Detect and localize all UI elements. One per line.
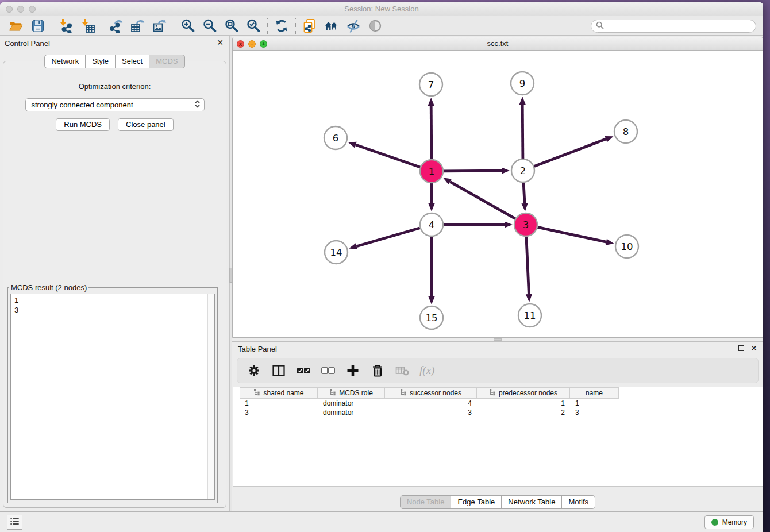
table-tab-node-table[interactable]: Node Table (400, 495, 452, 509)
main-area: Control Panel ✕ NetworkStyleSelectMCDS O… (0, 36, 763, 511)
table-row[interactable]: 1dominator411 (240, 399, 763, 408)
tab-style[interactable]: Style (86, 55, 116, 68)
close-window-button[interactable] (6, 6, 13, 13)
horizontal-splitter-grip[interactable] (494, 338, 502, 341)
mcds-result-box[interactable]: 1 3 (10, 294, 215, 500)
column-header-MCDS-role[interactable]: MCDS role (318, 387, 385, 399)
graph-edge-4-15[interactable] (428, 237, 434, 304)
select-all-icon[interactable] (296, 363, 311, 378)
graph-edge-2-3[interactable] (521, 183, 528, 211)
export-network-icon[interactable] (107, 18, 125, 34)
column-layout-icon[interactable] (271, 363, 286, 378)
criterion-select[interactable]: strongly connected component (25, 98, 205, 111)
save-session-icon[interactable] (29, 18, 47, 34)
tab-mcds[interactable]: MCDS (149, 55, 184, 68)
graph-edge-1-4[interactable] (428, 183, 434, 211)
search-box[interactable] (591, 20, 756, 33)
close-table-panel-icon[interactable]: ✕ (750, 345, 757, 351)
table-tab-network-table[interactable]: Network Table (502, 495, 562, 509)
column-header-predecessor-nodes[interactable]: predecessor nodes (477, 387, 570, 399)
minimize-window-button[interactable] (17, 6, 24, 13)
search-input[interactable] (607, 22, 751, 30)
graph-node-3[interactable]: 3 (514, 213, 537, 236)
column-header-shared-name[interactable]: shared name (240, 387, 318, 399)
close-panel-button[interactable]: Close panel (118, 118, 174, 131)
graph-edge-3-11[interactable] (526, 237, 532, 302)
close-panel-icon[interactable]: ✕ (217, 40, 224, 45)
import-table-icon[interactable] (79, 18, 97, 34)
graph-edge-2-8[interactable] (534, 136, 614, 167)
graph-node-1[interactable]: 1 (420, 160, 443, 183)
graph-node-9[interactable]: 9 (511, 72, 534, 95)
graph-node-7[interactable]: 7 (419, 73, 442, 96)
cell-shared-name[interactable]: 1 (240, 399, 318, 408)
column-header-name[interactable]: name (570, 387, 619, 399)
table-panel: Table Panel ✕ f(x) shared nameMCDS roles… (232, 341, 763, 511)
cell-shared-name[interactable]: 3 (240, 408, 318, 417)
export-table-icon[interactable] (129, 18, 147, 34)
graph-node-15[interactable]: 15 (420, 306, 443, 329)
cell-successor-nodes[interactable]: 4 (385, 399, 477, 408)
table-row[interactable]: 3dominator323 (240, 408, 763, 417)
graph-edge-4-14[interactable] (349, 228, 420, 249)
network-canvas-svg: 7968124314101511 (233, 51, 763, 337)
svg-text:7: 7 (428, 79, 434, 90)
zoom-fit-icon[interactable] (223, 18, 240, 34)
memory-status-icon (711, 519, 718, 526)
cell-predecessor-nodes[interactable]: 2 (477, 408, 570, 417)
graph-node-8[interactable]: 8 (614, 120, 637, 143)
cell-predecessor-nodes[interactable]: 1 (477, 399, 570, 408)
graph-edge-3-10[interactable] (538, 227, 614, 245)
refresh-icon[interactable] (273, 18, 290, 34)
cell-MCDS-role[interactable]: dominator (318, 399, 385, 408)
open-session-icon[interactable] (7, 18, 25, 34)
table-toolbar: f(x) (237, 358, 759, 383)
graph-edge-3-1[interactable] (443, 178, 515, 218)
delete-column-icon[interactable] (370, 363, 385, 378)
deselect-all-icon[interactable] (321, 363, 336, 378)
result-scrollbar[interactable] (207, 294, 214, 499)
memory-button[interactable]: Memory (704, 515, 754, 529)
tab-network[interactable]: Network (44, 55, 86, 68)
add-column-icon[interactable] (345, 363, 360, 378)
cell-name[interactable]: 1 (570, 399, 619, 408)
import-network-icon[interactable] (57, 18, 75, 34)
float-table-panel-icon[interactable] (738, 345, 744, 351)
zoom-in-icon[interactable] (179, 18, 197, 34)
float-panel-icon[interactable] (205, 40, 210, 45)
zoom-window-button[interactable] (29, 6, 36, 13)
duplicate-network-icon[interactable] (301, 18, 318, 34)
network-minimize-button[interactable]: − (248, 40, 256, 48)
cell-successor-nodes[interactable]: 3 (385, 408, 477, 417)
control-panel-title: Control Panel (5, 39, 50, 48)
table-tab-motifs[interactable]: Motifs (562, 495, 595, 509)
graph-edge-4-3[interactable] (444, 221, 513, 228)
network-close-button[interactable]: x (237, 40, 244, 48)
graph-edge-1-7[interactable] (428, 98, 434, 159)
graph-node-11[interactable]: 11 (518, 304, 541, 327)
graph-node-14[interactable]: 14 (325, 241, 348, 264)
graph-edge-1-6[interactable] (348, 142, 421, 167)
graph-edge-1-2[interactable] (444, 168, 510, 174)
graph-node-10[interactable]: 10 (615, 235, 638, 258)
tab-select[interactable]: Select (116, 55, 149, 68)
graph-node-2[interactable]: 2 (511, 159, 534, 182)
graphics-details-icon[interactable] (345, 18, 362, 34)
zoom-selected-icon[interactable] (245, 18, 262, 34)
network-canvas[interactable]: 7968124314101511 (233, 51, 763, 337)
cell-MCDS-role[interactable]: dominator (318, 408, 385, 417)
graph-node-4[interactable]: 4 (420, 213, 443, 236)
optimization-criterion-label: Optimization criterion: (3, 82, 226, 91)
network-overview-icon[interactable] (323, 18, 340, 34)
cell-name[interactable]: 3 (570, 408, 619, 417)
gear-icon[interactable] (247, 363, 261, 378)
graph-edge-2-9[interactable] (519, 97, 526, 159)
task-history-button[interactable] (7, 515, 22, 530)
zoom-out-icon[interactable] (201, 18, 218, 34)
network-zoom-button[interactable]: + (260, 40, 267, 48)
run-mcds-button[interactable]: Run MCDS (56, 118, 110, 131)
column-header-successor-nodes[interactable]: successor nodes (385, 387, 477, 399)
export-image-icon[interactable] (151, 18, 168, 34)
table-tab-edge-table[interactable]: Edge Table (451, 495, 502, 509)
graph-node-6[interactable]: 6 (324, 126, 347, 149)
